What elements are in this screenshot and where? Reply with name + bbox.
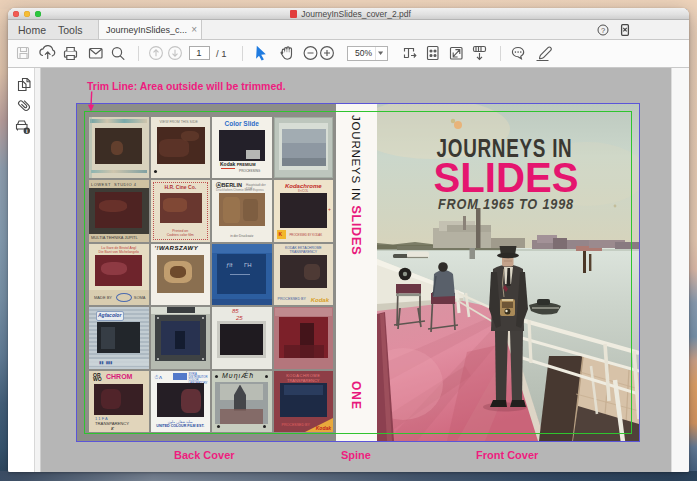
svg-text:?: ? (601, 26, 605, 35)
svg-text:50%: 50% (355, 48, 372, 58)
svg-text:/ 1: / 1 (216, 47, 227, 58)
svg-text:1: 1 (196, 47, 201, 58)
